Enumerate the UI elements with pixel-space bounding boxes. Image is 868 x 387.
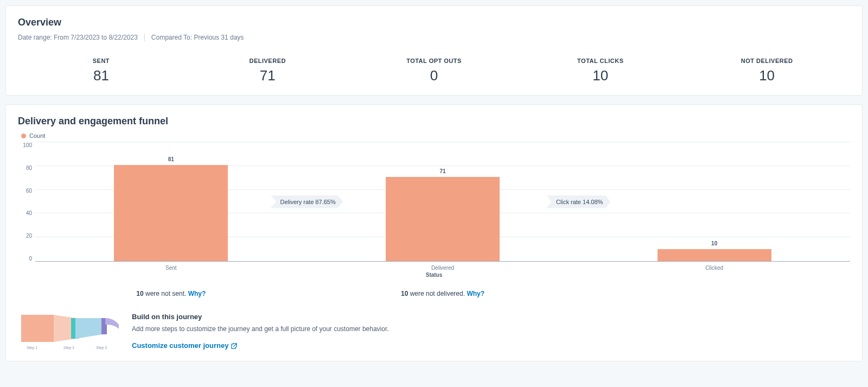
journey-block: Step 1 Step 2 Step 3 Build on this journ… (18, 313, 850, 350)
stat-total-clicks: TOTAL CLICKS 10 (517, 58, 684, 84)
stat-label: DELIVERED (184, 58, 351, 64)
chart-legend: Count (21, 132, 850, 139)
x-axis-labels: Sent Delivered Clicked (35, 265, 850, 271)
why-not-delivered-link[interactable]: Why? (467, 290, 484, 297)
customize-journey-link[interactable]: Customize customer journey (132, 341, 237, 350)
thumb-label: Step 3 (96, 346, 107, 350)
bar-slot-clicked: 10 (578, 142, 850, 261)
journey-thumbnail: Step 1 Step 2 Step 3 (21, 313, 119, 344)
bar-slot-delivered: 71 (307, 142, 579, 261)
stat-total-opt-outs: TOTAL OPT OUTS 0 (351, 58, 518, 84)
y-tick: 20 (26, 233, 32, 239)
overview-meta: Date range: From 7/23/2023 to 8/22/2023 … (18, 34, 850, 41)
bar-sent[interactable]: 81 (114, 165, 228, 261)
stat-label: TOTAL OPT OUTS (351, 58, 518, 64)
not-sent-message: 10 were not sent. Why? (35, 290, 307, 297)
legend-swatch-icon (21, 134, 26, 138)
stat-not-delivered: NOT DELIVERED 10 (684, 58, 850, 84)
y-tick: 40 (26, 210, 32, 216)
thumb-label: Step 1 (27, 346, 37, 350)
meta-separator (144, 34, 145, 41)
plot-area: 81 71 10 Delivery rate 87.65% Click rate… (35, 142, 850, 262)
y-tick: 60 (26, 188, 32, 194)
y-tick: 100 (23, 142, 32, 148)
x-label: Sent (35, 265, 307, 271)
stat-label: NOT DELIVERED (684, 58, 850, 64)
legend-label: Count (29, 132, 45, 139)
thumb-label: Step 2 (63, 346, 74, 350)
bar-value: 71 (439, 168, 445, 174)
not-delivered-count: 10 (401, 290, 408, 297)
bars-container: 81 71 10 (35, 142, 850, 261)
not-delivered-text: were not delivered. (408, 290, 467, 297)
overview-title: Overview (18, 17, 850, 28)
stat-value: 10 (684, 67, 850, 84)
stat-value: 81 (18, 67, 184, 84)
not-sent-text: were not sent. (144, 290, 188, 297)
x-label: Delivered (307, 265, 579, 271)
y-tick: 80 (26, 165, 32, 171)
chart-area: 100 80 60 40 20 0 81 71 (18, 142, 850, 262)
delivery-rate-badge: Delivery rate 87.65% (271, 195, 343, 208)
x-label: Clicked (578, 265, 850, 271)
funnel-title: Delivery and engagement funnel (18, 116, 850, 127)
external-link-icon (231, 342, 237, 348)
bar-delivered[interactable]: 71 (386, 177, 500, 261)
stat-label: TOTAL CLICKS (517, 58, 684, 64)
x-axis-title: Status (18, 272, 850, 278)
bar-value: 10 (711, 240, 717, 246)
why-not-sent-link[interactable]: Why? (188, 290, 206, 297)
stat-value: 71 (184, 67, 351, 84)
stat-value: 10 (517, 67, 684, 84)
compared-to-text: Compared To: Previous 31 days (151, 34, 244, 41)
stat-value: 0 (351, 67, 518, 84)
date-range-text: Date range: From 7/23/2023 to 8/22/2023 (18, 34, 138, 41)
y-axis: 100 80 60 40 20 0 (18, 142, 35, 262)
funnel-card: Delivery and engagement funnel Count 100… (5, 104, 863, 361)
funnel-messages: 10 were not sent. Why? 10 were not deliv… (35, 290, 850, 297)
bar-clicked[interactable]: 10 (658, 249, 771, 261)
journey-text: Build on this journey Add more steps to … (132, 313, 389, 350)
cta-label: Customize customer journey (132, 341, 228, 350)
bar-slot-sent: 81 (35, 142, 307, 261)
click-rate-badge: Click rate 14.08% (546, 195, 610, 208)
overview-stats-row: SENT 81 DELIVERED 71 TOTAL OPT OUTS 0 TO… (18, 52, 850, 84)
msg-spacer (578, 290, 850, 297)
journey-desc: Add more steps to customize the journey … (132, 325, 389, 333)
not-sent-count: 10 (136, 290, 143, 297)
bar-value: 81 (168, 156, 174, 162)
journey-title: Build on this journey (132, 313, 389, 321)
not-delivered-message: 10 were not delivered. Why? (307, 290, 579, 297)
y-tick: 0 (29, 256, 32, 262)
stat-delivered: DELIVERED 71 (184, 58, 351, 84)
stat-sent: SENT 81 (18, 58, 184, 84)
stat-label: SENT (18, 58, 184, 64)
overview-card: Overview Date range: From 7/23/2023 to 8… (5, 5, 863, 96)
